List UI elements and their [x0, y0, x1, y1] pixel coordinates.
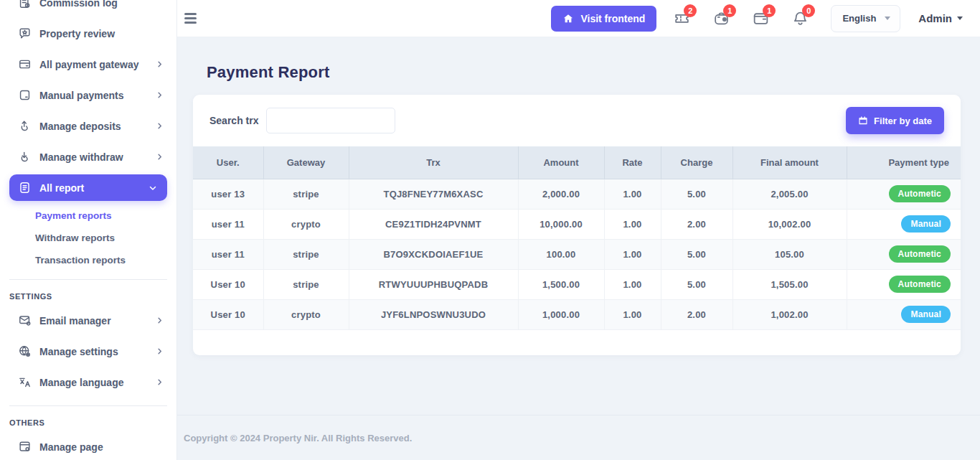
all-report-submenu: Payment reports Withdraw reports Transac… — [0, 203, 176, 271]
cell-gateway: crypto — [263, 209, 349, 239]
language-select-value: English — [842, 13, 876, 24]
column-header-user: User. — [193, 146, 263, 179]
chevron-right-icon — [156, 122, 164, 130]
chevron-right-icon — [156, 316, 164, 324]
bell-notifications-button[interactable]: 0 — [788, 7, 811, 30]
topbar: Visit frontend 2 1 — [177, 0, 980, 37]
search-trx-label: Search trx — [209, 115, 258, 126]
submenu-item-payment-reports[interactable]: Payment reports — [0, 205, 176, 227]
filter-by-date-label: Filter by date — [874, 116, 932, 126]
cell-user: User 10 — [193, 269, 263, 299]
cell-user: user 11 — [193, 239, 263, 269]
manage-deposits-icon — [17, 119, 32, 133]
cell-user: user 13 — [193, 179, 263, 209]
page-title: Payment Report — [207, 63, 961, 82]
others-nav: Manage page — [0, 431, 176, 460]
admin-user-menu[interactable]: Admin — [918, 12, 963, 24]
sidebar-item-label: Email manager — [39, 315, 111, 327]
table-row: user 11 stripe B7O9XCKDOIAEF1UE 100.00 1… — [193, 239, 961, 269]
sidebar-item-manage-language[interactable]: Manage language — [0, 367, 176, 398]
visit-frontend-button[interactable]: Visit frontend — [551, 6, 656, 32]
sidebar-item-email-manager[interactable]: Email manager — [0, 305, 176, 336]
purse-notifications-button[interactable]: 1 — [710, 7, 732, 30]
chevron-down-icon — [885, 17, 890, 20]
sidebar-item-manage-settings[interactable]: Manage settings — [0, 336, 176, 367]
sidebar-item-property-review[interactable]: Property review — [0, 18, 176, 49]
cell-amount: 2,000.00 — [518, 179, 604, 209]
wallet-count-badge: 1 — [763, 4, 776, 17]
hamburger-menu-icon[interactable] — [182, 8, 204, 29]
sidebar-item-manage-deposits[interactable]: Manage deposits — [0, 111, 176, 141]
chevron-right-icon — [156, 347, 164, 355]
cell-rate: 1.00 — [604, 179, 661, 209]
sidebar-item-commission-log[interactable]: Commission log — [0, 0, 176, 18]
manage-language-icon — [17, 375, 32, 390]
sidebar-item-all-report[interactable]: All report — [9, 174, 167, 201]
cell-trx: CE9Z1TIDH24PVNMT — [349, 209, 518, 239]
admin-user-label: Admin — [918, 12, 952, 24]
table-header-row: User. Gateway Trx Amount Rate Charge Fin… — [193, 146, 961, 179]
sidebar-item-label: Manage page — [39, 441, 103, 453]
purse-count-badge: 1 — [723, 4, 736, 17]
sidebar-item-manual-payments[interactable]: Manual payments — [0, 80, 176, 111]
sidebar-item-label: All report — [39, 182, 84, 194]
column-header-amount: Amount — [518, 146, 604, 179]
sidebar-item-label: Commission log — [39, 0, 118, 9]
wallet-notifications-button[interactable]: 1 — [749, 7, 772, 30]
sidebar-divider — [9, 405, 167, 406]
column-header-rate: Rate — [604, 146, 661, 179]
sidebar-item-manage-page[interactable]: Manage page — [0, 431, 176, 460]
payment-type-badge: Autometic — [889, 245, 951, 263]
chevron-down-icon — [149, 184, 157, 192]
sidebar-item-manage-withdraw[interactable]: Manage withdraw — [0, 141, 176, 172]
home-icon — [562, 13, 574, 24]
column-header-gateway: Gateway — [263, 146, 349, 179]
cell-trx: JYF6LNPOSWNU3UDO — [349, 299, 518, 329]
manual-payments-icon — [17, 88, 32, 103]
ticket-count-badge: 2 — [684, 4, 697, 17]
content-area: Payment Report Search trx Filter by date — [177, 37, 980, 415]
chevron-down-icon — [957, 17, 963, 20]
manage-withdraw-icon — [17, 150, 32, 164]
cell-amount: 1,500.00 — [518, 269, 604, 299]
payment-type-badge: Autometic — [889, 185, 951, 202]
cell-gateway: stripe — [263, 269, 349, 299]
settings-section-heading: SETTINGS — [9, 292, 176, 301]
cell-charge: 5.00 — [661, 269, 732, 299]
ticket-notifications-button[interactable]: 2 — [670, 7, 693, 30]
cell-user: user 11 — [193, 209, 263, 239]
payment-type-badge: Manual — [901, 215, 951, 233]
footer: Copyright © 2024 Property Nir. All Right… — [177, 415, 980, 460]
cell-gateway: stripe — [263, 179, 349, 209]
chevron-right-icon — [156, 91, 164, 99]
payment-report-card: Search trx Filter by date — [193, 95, 961, 355]
table-row: user 13 stripe TQJ8FNEY77M6XASC 2,000.00… — [193, 179, 961, 209]
cell-final-amount: 105.00 — [732, 239, 847, 269]
topbar-actions: Visit frontend 2 1 — [551, 5, 963, 32]
submenu-item-transaction-reports[interactable]: Transaction reports — [0, 249, 176, 271]
table-row: User 10 stripe RTWYUUUPHBUQPADB 1,500.00… — [193, 269, 961, 299]
chevron-right-icon — [156, 378, 164, 386]
sidebar-item-label: Manual payments — [39, 90, 123, 101]
cell-payment-type: Autometic — [847, 269, 961, 299]
language-select[interactable]: English — [831, 5, 900, 32]
cell-trx: RTWYUUUPHBUQPADB — [349, 269, 518, 299]
column-header-payment-type: Payment type — [847, 146, 961, 179]
cell-charge: 2.00 — [661, 299, 732, 329]
column-header-final-amount: Final amount — [732, 146, 847, 179]
settings-nav: Email manager Manage settings Manage lan… — [0, 305, 176, 398]
sidebar-item-all-payment-gateway[interactable]: All payment gateway — [0, 49, 176, 80]
all-report-icon — [17, 181, 32, 195]
sidebar-item-label: Manage settings — [39, 346, 118, 357]
submenu-item-withdraw-reports[interactable]: Withdraw reports — [0, 227, 176, 249]
cell-amount: 100.00 — [518, 239, 604, 269]
payment-gateway-icon — [17, 57, 32, 72]
others-section-heading: OTHERS — [9, 418, 176, 427]
property-review-icon — [17, 27, 32, 41]
search-trx-input[interactable] — [266, 108, 395, 133]
copyright-text: Copyright © 2024 Property Nir. All Right… — [184, 433, 412, 443]
cell-payment-type: Autometic — [847, 239, 961, 269]
filter-by-date-button[interactable]: Filter by date — [846, 107, 944, 134]
cell-gateway: stripe — [263, 239, 349, 269]
cell-amount: 1,000.00 — [518, 299, 604, 329]
